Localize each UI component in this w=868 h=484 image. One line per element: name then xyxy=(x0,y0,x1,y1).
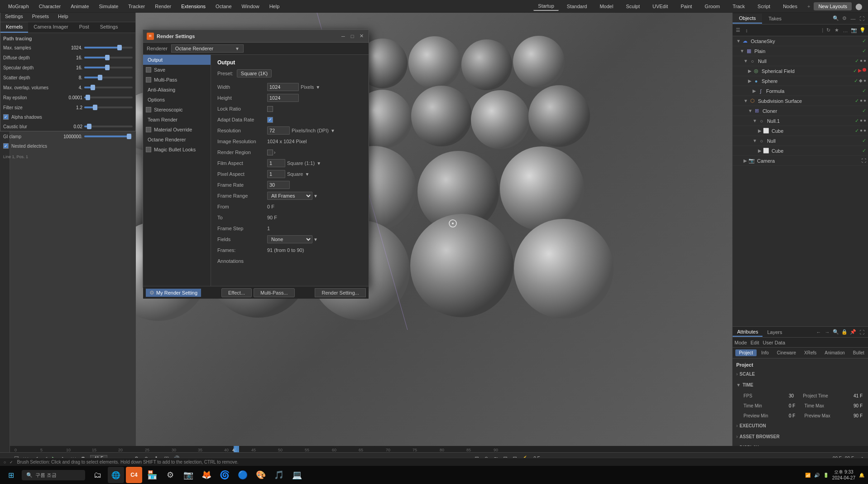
obj-cube2-check-icon[interactable]: ✓ xyxy=(862,148,866,154)
octane-tab-kernels[interactable]: Kernels xyxy=(0,22,28,33)
rpt-icon-camera[interactable]: 📷 xyxy=(850,27,858,34)
checkbox-alpha-shadows-box[interactable]: ✓ xyxy=(3,114,9,120)
sidebar-item-multipass[interactable]: Multi-Pass xyxy=(143,75,211,85)
slider-max-samples[interactable] xyxy=(84,47,133,48)
attr-section-assetbrowser[interactable]: › ASSET BROWSER xyxy=(736,432,864,441)
renderer-dropdown[interactable]: Octane Renderer ▼ xyxy=(171,44,244,53)
taskbar-icon-file[interactable]: 🗂 xyxy=(90,467,106,483)
input-filmaspect[interactable] xyxy=(267,159,285,167)
menu-simulate[interactable]: Simulate xyxy=(95,2,123,10)
obj-cube1[interactable]: ▶ ⬜ Cube ✓ ● ● xyxy=(733,126,868,136)
slider-caustic-blur[interactable] xyxy=(84,126,133,127)
menu-extensions[interactable]: Extensions xyxy=(177,2,210,10)
attr-icon-pin[interactable]: 📌 xyxy=(849,329,857,336)
slider-max-overlap[interactable] xyxy=(84,87,133,88)
tray-icon-sound[interactable]: 🔊 xyxy=(814,473,820,478)
sidebar-item-teamrender[interactable]: Team Render xyxy=(143,115,211,125)
pixels-dropdown-arrow[interactable]: ▼ xyxy=(316,85,320,90)
rpt-icon-light[interactable]: 💡 xyxy=(859,27,866,34)
obj-subdivsurface-check-icon[interactable]: ✓ xyxy=(855,98,859,104)
taskbar-icon-c4d[interactable]: C4 xyxy=(126,467,142,483)
tab-standard[interactable]: Standard xyxy=(562,2,592,10)
right-panel-minimize-icon[interactable]: — xyxy=(849,15,857,22)
slider-specular-depth[interactable] xyxy=(84,67,133,68)
sidebar-checkbox-materialoverride[interactable] xyxy=(146,127,151,132)
tab-nodes[interactable]: Nodes xyxy=(778,2,802,10)
taskbar-icon-store[interactable]: 🏪 xyxy=(144,467,160,483)
obj-formula-check-icon[interactable]: ✓ xyxy=(862,88,866,94)
rpt-icon-bookmark[interactable]: ★ xyxy=(833,27,840,34)
attr-subtab-bullet[interactable]: Bullet xyxy=(849,349,868,356)
toggle-switch[interactable]: ⬤ xyxy=(855,3,863,10)
tab-model[interactable]: Model xyxy=(595,2,618,10)
obj-sphere[interactable]: ▶ ● Sphere ✓ ◆ ● xyxy=(733,76,868,86)
obj-camera[interactable]: ▶ 📷 Camera ⛶ xyxy=(733,156,868,166)
sidebar-checkbox-multipass[interactable] xyxy=(146,77,151,82)
taskbar-icon-music[interactable]: 🎵 xyxy=(271,467,287,483)
sidebar-item-options[interactable]: Options xyxy=(143,95,211,105)
windows-search[interactable]: 🔍 구름 조금 xyxy=(22,470,85,480)
octane-menu-settings[interactable]: Settings xyxy=(0,12,28,22)
filmaspect-dropdown-arrow[interactable]: ▼ xyxy=(317,161,321,166)
obj-octanesky-check-icon[interactable]: ✓ xyxy=(862,38,866,44)
octane-tab-post[interactable]: Post xyxy=(74,22,95,33)
obj-null2-check-icon[interactable]: ✓ xyxy=(862,138,866,144)
obj-octanesky[interactable]: ▼ ☁ OctaneSky ✓ xyxy=(733,36,868,46)
attr-subtab-cineware[interactable]: Cineware xyxy=(773,349,800,356)
attr-tab-layers[interactable]: Layers xyxy=(762,328,786,336)
tab-paint[interactable]: Paint xyxy=(676,2,696,10)
sidebar-checkbox-save[interactable] xyxy=(146,67,151,73)
obj-null-l0[interactable]: ▼ ○ Null ✓ ● ● xyxy=(733,56,868,66)
render-dialog-close-button[interactable]: ✕ xyxy=(358,33,365,40)
tab-script[interactable]: Script xyxy=(753,2,775,10)
tab-startup[interactable]: Startup xyxy=(533,2,558,11)
resolution-dropdown-arrow[interactable]: ▼ xyxy=(331,128,335,133)
right-panel-expand-icon[interactable]: ⛶ xyxy=(858,15,865,22)
input-pixelaspect[interactable] xyxy=(267,170,285,178)
obj-null1-check-icon[interactable]: ✓ xyxy=(855,118,859,124)
attr-menu-edit[interactable]: Edit xyxy=(751,340,759,345)
sidebar-item-save[interactable]: Save xyxy=(143,65,211,75)
octane-tab-settings[interactable]: Settings xyxy=(95,22,124,33)
new-layouts-button[interactable]: New Layouts xyxy=(814,2,852,10)
renderregion-expand-arrow[interactable]: › xyxy=(274,150,275,155)
tray-icon-wifi[interactable]: 📶 xyxy=(805,473,810,478)
menu-render[interactable]: Render xyxy=(150,2,176,10)
octane-tab-camera-imager[interactable]: Camera Imager xyxy=(28,22,73,33)
effect-button[interactable]: Effect... xyxy=(221,288,252,297)
sidebar-item-materialoverride[interactable]: Material Override xyxy=(143,125,211,135)
input-framerate[interactable] xyxy=(267,181,290,189)
rpt-icon-sort[interactable]: ↕ xyxy=(743,27,750,34)
slider-gi-clamp[interactable] xyxy=(84,136,133,137)
windows-clock[interactable]: 오후 9:33 2024-04-27 xyxy=(832,469,855,481)
attr-icon-search[interactable]: 🔍 xyxy=(832,329,839,336)
select-fields[interactable]: None xyxy=(267,235,312,243)
attr-icon-arrow-left[interactable]: ← xyxy=(815,329,822,336)
obj-sphere-check-icon[interactable]: ✓ xyxy=(854,78,858,84)
attr-tab-attributes[interactable]: Attributes xyxy=(733,328,762,337)
slider-ray-epsilon[interactable] xyxy=(84,97,133,98)
taskbar-icon-paint[interactable]: 🎨 xyxy=(253,467,269,483)
attr-subtab-xrefs[interactable]: XRefs xyxy=(801,349,820,356)
render-dialog-minimize-button[interactable]: ─ xyxy=(340,33,347,40)
multipass-button[interactable]: Multi-Pass... xyxy=(254,288,295,297)
tray-icon-notification[interactable]: 🔔 xyxy=(859,473,864,478)
menu-window[interactable]: Window xyxy=(237,2,264,10)
tab-track[interactable]: Track xyxy=(728,2,749,10)
input-resolution[interactable] xyxy=(267,126,290,135)
attr-section-time[interactable]: ▼ TIME xyxy=(736,380,864,389)
attr-subtab-animation[interactable]: Animation xyxy=(821,349,848,356)
taskbar-icon-chrome[interactable]: 🌐 xyxy=(108,467,124,483)
framerange-dropdown-arrow[interactable]: ▼ xyxy=(313,194,318,198)
taskbar-icon-app2[interactable]: 💻 xyxy=(289,467,305,483)
menu-octane[interactable]: Octane xyxy=(211,2,236,10)
attr-subtab-project[interactable]: Project xyxy=(735,349,757,356)
taskbar-icon-chrome2[interactable]: 🔵 xyxy=(235,467,251,483)
windows-start-button[interactable]: ⊞ xyxy=(0,466,22,484)
render-dialog-maximize-button[interactable]: □ xyxy=(349,33,356,40)
obj-plain-check-icon[interactable]: ✓ xyxy=(862,48,866,54)
right-panel-search-icon[interactable]: 🔍 xyxy=(832,15,839,22)
obj-null2[interactable]: ▼ ○ Null ✓ xyxy=(733,136,868,146)
attr-icon-lock[interactable]: 🔒 xyxy=(841,329,848,336)
taskbar-icon-settings[interactable]: ⚙ xyxy=(162,467,178,483)
